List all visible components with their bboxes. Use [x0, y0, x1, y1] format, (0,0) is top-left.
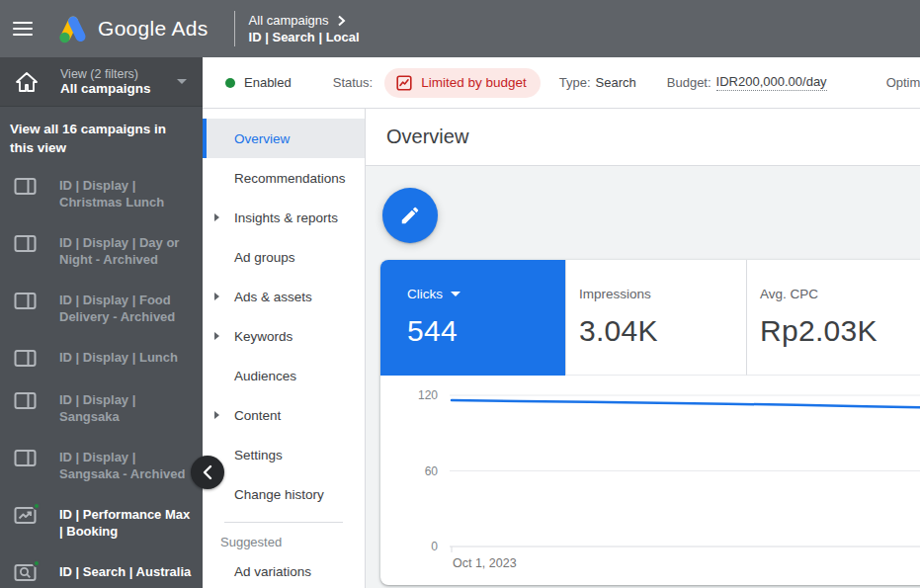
overview-content: Clicks 544 Impressions 3.04K — [366, 166, 920, 588]
pmax-campaign-icon — [14, 506, 37, 525]
view-note: View all 16 campaigns in this view — [0, 107, 203, 165]
breadcrumb: All campaigns ID | Search | Local — [249, 12, 360, 45]
nav-item-overview[interactable]: Overview — [203, 119, 365, 158]
nav-item-label: Settings — [234, 448, 283, 462]
enabled-label: Enabled — [244, 75, 292, 90]
nav-item-label: Ads & assets — [234, 290, 312, 304]
google-ads-logo-icon — [57, 14, 89, 43]
display-campaign-icon — [14, 177, 37, 196]
clicks-chart-area: 060120Oct 1, 2023 — [380, 376, 920, 585]
nav-item-label: Overview — [234, 131, 290, 146]
campaign-sidebar: View (2 filters) All campaigns View all … — [0, 57, 203, 588]
nav-section-label: Suggested — [203, 523, 365, 551]
campaign-label: ID | Performance Max | Booking — [59, 506, 193, 540]
breadcrumb-current-campaign[interactable]: ID | Search | Local — [249, 29, 360, 45]
nav-item-audiences[interactable]: Audiences — [203, 356, 365, 395]
nav-item-label: Content — [234, 408, 281, 423]
campaign-item[interactable]: ID | Display | Sangsaka — [0, 379, 203, 437]
campaign-item[interactable]: ID | Search | Australia — [0, 551, 203, 588]
app-header: Google Ads All campaigns ID | Search | L… — [0, 0, 920, 57]
breadcrumb-all-campaigns[interactable]: All campaigns — [249, 12, 329, 29]
enabled-dot — [33, 502, 41, 510]
view-selector[interactable]: View (2 filters) All campaigns — [0, 57, 203, 107]
home-icon — [15, 71, 39, 93]
nav-item-change-history[interactable]: Change history — [203, 474, 365, 514]
metric-tab-clicks[interactable]: Clicks 544 — [380, 260, 565, 376]
display-campaign-icon — [14, 292, 37, 310]
expand-arrow-icon[interactable] — [214, 293, 219, 300]
page-title-bar: Overview — [366, 109, 920, 166]
nav-item-label: Insights & reports — [234, 210, 338, 225]
nav-item-ads-assets[interactable]: Ads & assets — [203, 277, 365, 316]
chevron-down-icon — [177, 79, 187, 84]
pencil-icon — [399, 205, 421, 226]
type-value: Search — [596, 75, 636, 90]
avg-cpc-label: Avg. CPC — [760, 287, 818, 301]
metric-tabs: Clicks 544 Impressions 3.04K — [380, 260, 920, 376]
google-ads-app: Google Ads All campaigns ID | Search | L… — [0, 0, 920, 588]
limited-by-budget-badge[interactable]: Limited by budget — [384, 68, 541, 98]
campaign-item[interactable]: ID | Display | Food Delivery - Archived — [0, 280, 203, 337]
expand-arrow-icon[interactable] — [214, 411, 219, 419]
campaign-item[interactable]: ID | Display | Christmas Lunch — [0, 165, 203, 222]
clicks-value: 544 — [407, 314, 565, 348]
nav-item-keywords[interactable]: Keywords — [203, 316, 365, 356]
campaign-item[interactable]: ID | Performance Max | Booking — [0, 494, 203, 551]
status-value: Limited by budget — [421, 75, 527, 90]
campaign-label: ID | Search | Australia — [59, 563, 191, 580]
expand-arrow-icon[interactable] — [214, 213, 219, 221]
metric-dropdown-icon[interactable] — [451, 292, 460, 296]
enabled-dot — [33, 559, 41, 567]
avg-cpc-value: Rp2.03K — [760, 314, 920, 348]
nav-item-label: Keywords — [234, 329, 293, 344]
nav-suggested-items: Ad variations — [203, 551, 365, 588]
chevron-right-icon — [337, 15, 346, 27]
nav-item-recommendations[interactable]: Recommendations — [203, 158, 365, 198]
edit-fab-button[interactable] — [382, 188, 438, 243]
svg-text:0: 0 — [431, 540, 438, 553]
enabled-status-dot — [225, 78, 235, 88]
display-campaign-icon — [14, 449, 37, 467]
status-label: Status: — [333, 75, 373, 90]
nav-item-settings[interactable]: Settings — [203, 435, 365, 474]
campaign-item[interactable]: ID | Display | Day or Night - Archived — [0, 222, 203, 280]
budget-value[interactable]: IDR200,000.00/day — [716, 74, 827, 91]
campaign-item[interactable]: ID | Display | Lunch — [0, 337, 203, 379]
campaign-label: ID | Display | Christmas Lunch — [59, 177, 193, 210]
campaign-label: ID | Display | Sangsaka — [59, 391, 193, 425]
campaign-label: ID | Display | Lunch — [59, 349, 178, 366]
main-panel: Overview Clicks — [366, 109, 920, 588]
svg-text:120: 120 — [418, 388, 438, 402]
svg-text:Oct 1, 2023: Oct 1, 2023 — [453, 556, 517, 570]
menu-icon[interactable] — [13, 22, 33, 36]
metric-tab-impressions[interactable]: Impressions 3.04K — [565, 260, 746, 376]
metric-tab-avg-cpc[interactable]: Avg. CPC Rp2.03K — [746, 260, 920, 376]
clicks-chart[interactable]: 060120Oct 1, 2023 — [380, 376, 920, 585]
view-value: All campaigns — [60, 81, 177, 96]
page-title: Overview — [386, 126, 468, 148]
campaign-state-selector[interactable]: Enabled — [225, 75, 292, 90]
nav-item-content[interactable]: Content — [203, 395, 365, 435]
svg-text:60: 60 — [425, 464, 439, 478]
campaign-nav: OverviewRecommendationsInsights & report… — [203, 109, 366, 588]
search-campaign-icon — [14, 563, 37, 582]
performance-card: Clicks 544 Impressions 3.04K — [380, 260, 920, 585]
display-campaign-icon — [14, 349, 37, 368]
nav-item-ad-variations[interactable]: Ad variations — [203, 551, 365, 588]
campaign-label: ID | Display | Day or Night - Archived — [59, 234, 193, 268]
display-campaign-icon — [14, 391, 37, 410]
campaign-list: ID | Display | Christmas LunchID | Displ… — [0, 165, 203, 588]
nav-item-insights-reports[interactable]: Insights & reports — [203, 198, 365, 237]
sidebar-collapse-button[interactable] — [191, 456, 224, 489]
expand-arrow-icon[interactable] — [214, 332, 219, 340]
nav-items: OverviewRecommendationsInsights & report… — [203, 119, 365, 514]
campaign-label: ID | Display | Food Delivery - Archived — [59, 292, 193, 325]
campaign-item[interactable]: ID | Display | Sangsaka - Archived — [0, 437, 203, 494]
display-campaign-icon — [14, 234, 37, 253]
view-filters-label: View (2 filters) — [60, 67, 177, 81]
campaign-label: ID | Display | Sangsaka - Archived — [59, 449, 193, 482]
type-label: Type: — [559, 75, 591, 90]
nav-item-label: Recommendations — [234, 171, 346, 186]
nav-item-ad-groups[interactable]: Ad groups — [203, 237, 365, 277]
impressions-value: 3.04K — [579, 314, 746, 348]
